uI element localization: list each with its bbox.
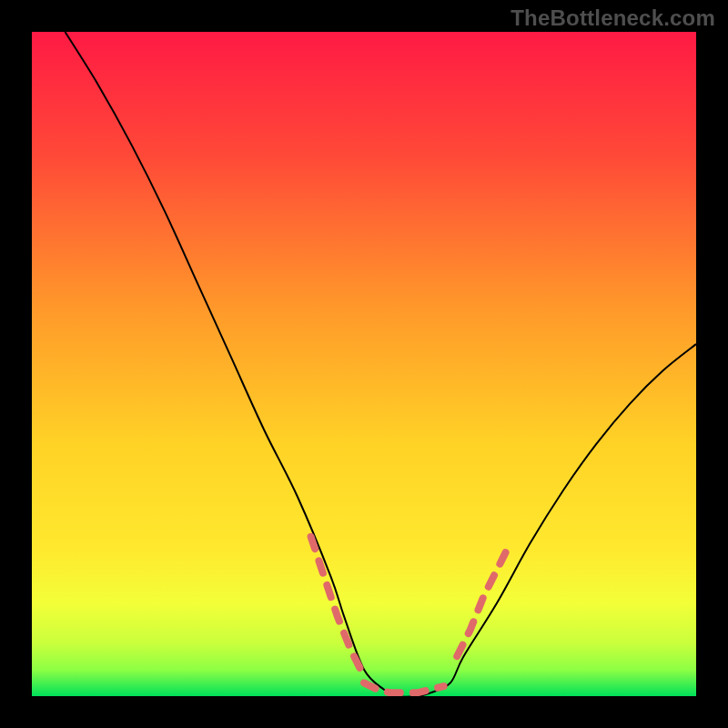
chart-svg: [32, 32, 696, 696]
gradient-background: [32, 32, 696, 696]
chart-frame: [32, 32, 696, 696]
watermark-text: TheBottleneck.com: [511, 5, 715, 31]
